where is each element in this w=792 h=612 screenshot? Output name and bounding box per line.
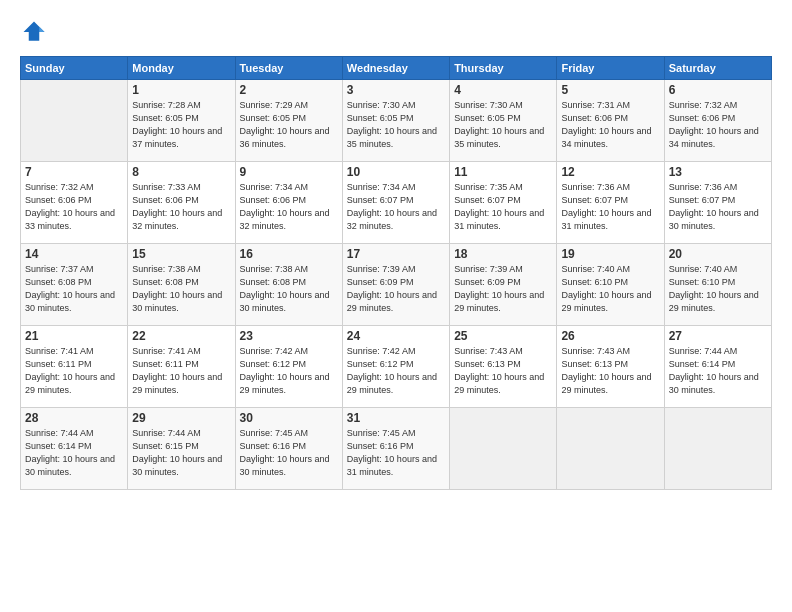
day-number: 20 [669,247,767,261]
calendar-cell: 3 Sunrise: 7:30 AM Sunset: 6:05 PM Dayli… [342,80,449,162]
day-number: 24 [347,329,445,343]
day-number: 12 [561,165,659,179]
day-number: 14 [25,247,123,261]
day-info: Sunrise: 7:30 AM Sunset: 6:05 PM Dayligh… [347,99,445,151]
day-number: 23 [240,329,338,343]
day-info: Sunrise: 7:45 AM Sunset: 6:16 PM Dayligh… [240,427,338,479]
day-number: 13 [669,165,767,179]
calendar-cell: 12 Sunrise: 7:36 AM Sunset: 6:07 PM Dayl… [557,162,664,244]
day-info: Sunrise: 7:34 AM Sunset: 6:06 PM Dayligh… [240,181,338,233]
page: SundayMondayTuesdayWednesdayThursdayFrid… [0,0,792,612]
calendar-cell: 19 Sunrise: 7:40 AM Sunset: 6:10 PM Dayl… [557,244,664,326]
day-info: Sunrise: 7:36 AM Sunset: 6:07 PM Dayligh… [669,181,767,233]
calendar-cell: 31 Sunrise: 7:45 AM Sunset: 6:16 PM Dayl… [342,408,449,490]
header-row: SundayMondayTuesdayWednesdayThursdayFrid… [21,57,772,80]
day-info: Sunrise: 7:36 AM Sunset: 6:07 PM Dayligh… [561,181,659,233]
day-info: Sunrise: 7:33 AM Sunset: 6:06 PM Dayligh… [132,181,230,233]
svg-marker-1 [39,27,44,32]
day-number: 2 [240,83,338,97]
day-info: Sunrise: 7:40 AM Sunset: 6:10 PM Dayligh… [561,263,659,315]
calendar-cell: 15 Sunrise: 7:38 AM Sunset: 6:08 PM Dayl… [128,244,235,326]
calendar-cell [21,80,128,162]
day-info: Sunrise: 7:31 AM Sunset: 6:06 PM Dayligh… [561,99,659,151]
day-number: 3 [347,83,445,97]
calendar-cell: 11 Sunrise: 7:35 AM Sunset: 6:07 PM Dayl… [450,162,557,244]
day-info: Sunrise: 7:28 AM Sunset: 6:05 PM Dayligh… [132,99,230,151]
day-info: Sunrise: 7:32 AM Sunset: 6:06 PM Dayligh… [25,181,123,233]
calendar-cell: 21 Sunrise: 7:41 AM Sunset: 6:11 PM Dayl… [21,326,128,408]
header [20,18,772,46]
day-number: 16 [240,247,338,261]
day-number: 8 [132,165,230,179]
day-info: Sunrise: 7:44 AM Sunset: 6:15 PM Dayligh… [132,427,230,479]
day-number: 21 [25,329,123,343]
day-info: Sunrise: 7:38 AM Sunset: 6:08 PM Dayligh… [240,263,338,315]
calendar-cell: 27 Sunrise: 7:44 AM Sunset: 6:14 PM Dayl… [664,326,771,408]
day-info: Sunrise: 7:43 AM Sunset: 6:13 PM Dayligh… [561,345,659,397]
day-number: 1 [132,83,230,97]
day-info: Sunrise: 7:41 AM Sunset: 6:11 PM Dayligh… [25,345,123,397]
calendar-cell: 23 Sunrise: 7:42 AM Sunset: 6:12 PM Dayl… [235,326,342,408]
day-number: 17 [347,247,445,261]
day-info: Sunrise: 7:32 AM Sunset: 6:06 PM Dayligh… [669,99,767,151]
day-number: 30 [240,411,338,425]
day-number: 18 [454,247,552,261]
day-header: Monday [128,57,235,80]
calendar-cell: 28 Sunrise: 7:44 AM Sunset: 6:14 PM Dayl… [21,408,128,490]
day-info: Sunrise: 7:42 AM Sunset: 6:12 PM Dayligh… [347,345,445,397]
calendar-cell: 24 Sunrise: 7:42 AM Sunset: 6:12 PM Dayl… [342,326,449,408]
calendar-cell: 26 Sunrise: 7:43 AM Sunset: 6:13 PM Dayl… [557,326,664,408]
calendar-cell: 25 Sunrise: 7:43 AM Sunset: 6:13 PM Dayl… [450,326,557,408]
day-number: 15 [132,247,230,261]
day-number: 25 [454,329,552,343]
calendar-cell: 2 Sunrise: 7:29 AM Sunset: 6:05 PM Dayli… [235,80,342,162]
day-number: 10 [347,165,445,179]
calendar-table: SundayMondayTuesdayWednesdayThursdayFrid… [20,56,772,490]
day-number: 29 [132,411,230,425]
day-info: Sunrise: 7:30 AM Sunset: 6:05 PM Dayligh… [454,99,552,151]
day-info: Sunrise: 7:41 AM Sunset: 6:11 PM Dayligh… [132,345,230,397]
day-number: 22 [132,329,230,343]
day-number: 27 [669,329,767,343]
calendar-cell: 6 Sunrise: 7:32 AM Sunset: 6:06 PM Dayli… [664,80,771,162]
calendar-week: 1 Sunrise: 7:28 AM Sunset: 6:05 PM Dayli… [21,80,772,162]
day-number: 5 [561,83,659,97]
calendar-cell: 13 Sunrise: 7:36 AM Sunset: 6:07 PM Dayl… [664,162,771,244]
day-info: Sunrise: 7:38 AM Sunset: 6:08 PM Dayligh… [132,263,230,315]
day-info: Sunrise: 7:39 AM Sunset: 6:09 PM Dayligh… [454,263,552,315]
day-header: Tuesday [235,57,342,80]
logo-icon [20,18,48,46]
calendar-cell: 17 Sunrise: 7:39 AM Sunset: 6:09 PM Dayl… [342,244,449,326]
day-info: Sunrise: 7:44 AM Sunset: 6:14 PM Dayligh… [669,345,767,397]
calendar-week: 14 Sunrise: 7:37 AM Sunset: 6:08 PM Dayl… [21,244,772,326]
day-number: 6 [669,83,767,97]
calendar-cell: 9 Sunrise: 7:34 AM Sunset: 6:06 PM Dayli… [235,162,342,244]
calendar-cell [450,408,557,490]
day-number: 11 [454,165,552,179]
day-info: Sunrise: 7:42 AM Sunset: 6:12 PM Dayligh… [240,345,338,397]
calendar-week: 7 Sunrise: 7:32 AM Sunset: 6:06 PM Dayli… [21,162,772,244]
day-number: 26 [561,329,659,343]
logo [20,18,52,46]
day-info: Sunrise: 7:29 AM Sunset: 6:05 PM Dayligh… [240,99,338,151]
calendar-cell: 10 Sunrise: 7:34 AM Sunset: 6:07 PM Dayl… [342,162,449,244]
day-header: Wednesday [342,57,449,80]
calendar-cell: 14 Sunrise: 7:37 AM Sunset: 6:08 PM Dayl… [21,244,128,326]
day-number: 31 [347,411,445,425]
day-info: Sunrise: 7:37 AM Sunset: 6:08 PM Dayligh… [25,263,123,315]
day-header: Thursday [450,57,557,80]
day-info: Sunrise: 7:39 AM Sunset: 6:09 PM Dayligh… [347,263,445,315]
calendar-week: 21 Sunrise: 7:41 AM Sunset: 6:11 PM Dayl… [21,326,772,408]
calendar-cell: 29 Sunrise: 7:44 AM Sunset: 6:15 PM Dayl… [128,408,235,490]
calendar-cell: 20 Sunrise: 7:40 AM Sunset: 6:10 PM Dayl… [664,244,771,326]
calendar-body: 1 Sunrise: 7:28 AM Sunset: 6:05 PM Dayli… [21,80,772,490]
calendar-cell: 22 Sunrise: 7:41 AM Sunset: 6:11 PM Dayl… [128,326,235,408]
calendar-cell: 7 Sunrise: 7:32 AM Sunset: 6:06 PM Dayli… [21,162,128,244]
day-info: Sunrise: 7:45 AM Sunset: 6:16 PM Dayligh… [347,427,445,479]
calendar-cell: 16 Sunrise: 7:38 AM Sunset: 6:08 PM Dayl… [235,244,342,326]
calendar-cell: 30 Sunrise: 7:45 AM Sunset: 6:16 PM Dayl… [235,408,342,490]
day-header: Friday [557,57,664,80]
calendar-cell [664,408,771,490]
day-number: 7 [25,165,123,179]
day-info: Sunrise: 7:35 AM Sunset: 6:07 PM Dayligh… [454,181,552,233]
